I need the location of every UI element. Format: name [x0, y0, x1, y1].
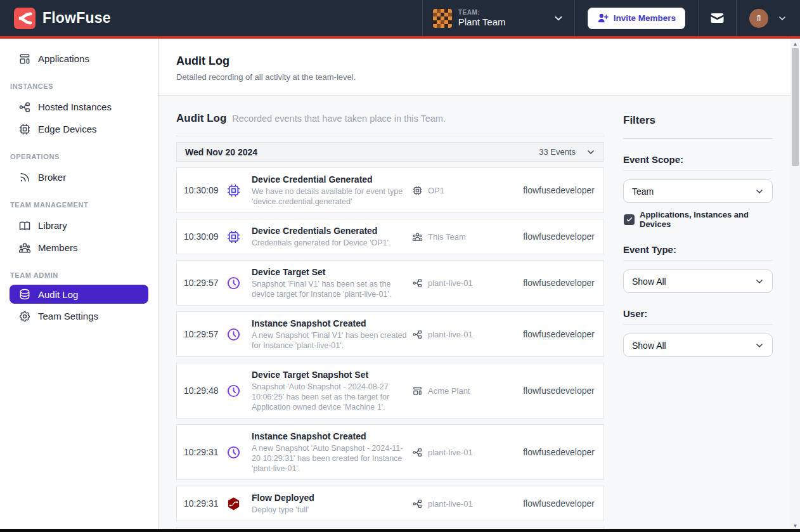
event-description: Credentials generated for Device 'OP1'.: [252, 238, 408, 248]
db-icon: [18, 288, 31, 301]
event-title: Device Target Snapshot Set: [252, 369, 408, 380]
divider: [623, 138, 773, 139]
sidebar-item-label: Team Settings: [38, 311, 98, 321]
nodered-icon: [226, 496, 241, 511]
brand-name: FlowFuse: [42, 10, 111, 27]
users-icon: [412, 231, 423, 242]
gear-icon: [18, 310, 31, 323]
sidebar-item-label: Hosted Instances: [38, 101, 112, 112]
scroll-up-arrow[interactable]: ▲: [790, 39, 800, 49]
event-icon-wrap: [224, 384, 252, 398]
sidebar-item-members[interactable]: Members: [0, 237, 158, 259]
sidebar-section-header: TEAM MANAGEMENT: [10, 201, 148, 209]
sidebar-section-header: INSTANCES: [10, 82, 148, 90]
invite-members-label: Invite Members: [614, 13, 676, 23]
template-icon: [18, 53, 31, 65]
vertical-scrollbar[interactable]: ▲ ▼: [790, 39, 800, 532]
event-type-value: Show All: [632, 276, 666, 287]
event-description: We have no details available for event t…: [252, 186, 408, 207]
team-name: Plant Team: [458, 16, 506, 27]
include-children-checkbox[interactable]: [624, 214, 635, 225]
event-icon-wrap: [224, 230, 252, 244]
sidebar-item-applications[interactable]: Applications: [0, 48, 158, 70]
event-scope-label: Acme Plant: [428, 386, 470, 396]
chip-icon: [412, 185, 423, 196]
event-rows: 10:30:09Device Credential GeneratedWe ha…: [176, 167, 604, 532]
chevron-down-icon[interactable]: [553, 13, 564, 24]
sidebar-item-label: Applications: [38, 53, 89, 64]
user-select[interactable]: Show All: [623, 334, 773, 357]
event-scope-label: This Team: [428, 232, 466, 242]
audit-event-row: 10:29:57Device Target SetSnapshot 'Final…: [176, 260, 604, 306]
panel-subtitle: Recorded events that have taken place in…: [232, 114, 446, 124]
event-icon-wrap: [224, 445, 252, 460]
sidebar-item-label: Edge Devices: [38, 124, 97, 134]
event-scope: plant-live-01: [412, 329, 519, 340]
event-scope-select[interactable]: Team: [623, 179, 773, 203]
page-title: Audit Log: [176, 55, 773, 68]
instance-icon: [412, 447, 423, 458]
include-children-row: Applications, Instances and Devices: [624, 210, 773, 229]
event-title: Device Target Set: [252, 266, 408, 278]
notifications-button[interactable]: [698, 0, 736, 36]
event-description: Snapshot 'Final V1' has been set as the …: [252, 279, 408, 299]
filters-title: Filters: [623, 114, 773, 127]
sidebar-item-broker[interactable]: Broker: [0, 166, 158, 188]
event-icon-wrap: [224, 496, 252, 511]
user-menu[interactable]: fl: [736, 0, 800, 36]
date-group-header[interactable]: Wed Nov 20 2024 33 Events: [176, 142, 604, 162]
sidebar-item-label: Library: [38, 220, 67, 231]
user-value: Show All: [632, 341, 666, 351]
event-title: Device Credential Generated: [252, 174, 408, 185]
filter-event-type: Event Type: Show All: [623, 244, 773, 293]
flowfuse-logo-icon: [14, 8, 35, 29]
panel-title-row: Audit Log Recorded events that have take…: [176, 112, 604, 125]
event-time: 10:29:57: [184, 329, 224, 339]
event-scope-label: OP1: [428, 186, 444, 195]
instance-icon: [412, 278, 423, 289]
event-title: Instance Snapshot Created: [252, 318, 408, 329]
sidebar-section-header: TEAM ADMIN: [10, 271, 148, 279]
divider: [176, 136, 604, 136]
audit-event-row: 10:29:31Flow DeployedDeploy type 'full'p…: [176, 486, 604, 521]
filters-panel: Filters Event Scope: Team Applications, …: [623, 112, 773, 372]
accent-divider: [0, 36, 800, 39]
event-user: flowfusedeveloper: [519, 329, 595, 339]
invite-section: Invite Members: [574, 0, 698, 36]
mail-icon: [709, 10, 725, 26]
invite-members-button[interactable]: Invite Members: [588, 8, 685, 29]
user-avatar[interactable]: fl: [749, 9, 768, 28]
chevron-down-icon[interactable]: [586, 147, 596, 157]
event-description: A new Snapshot 'Final V1' has been creat…: [252, 330, 408, 351]
scrollbar-thumb[interactable]: [792, 48, 799, 166]
event-type-select[interactable]: Show All: [623, 269, 773, 293]
sidebar-item-label: Audit Log: [38, 289, 78, 300]
chevron-down-icon: [754, 276, 765, 287]
event-description: Deploy type 'full': [252, 505, 408, 515]
team-avatar: [433, 9, 452, 28]
clock-icon: [226, 276, 241, 290]
event-icon-wrap: [224, 276, 252, 290]
event-icon-wrap: [224, 327, 252, 342]
team-selector[interactable]: TEAM: Plant Team: [422, 0, 574, 36]
sidebar-item-edge-devices[interactable]: Edge Devices: [0, 118, 158, 140]
chip-icon: [226, 183, 241, 198]
event-scope-label: plant-live-01: [428, 278, 473, 288]
sidebar-item-audit-log[interactable]: Audit Log: [10, 285, 148, 304]
event-user: flowfusedeveloper: [519, 498, 595, 509]
sidebar-item-library[interactable]: Library: [0, 214, 158, 237]
event-body: Device Credential GeneratedWe have no de…: [252, 174, 412, 207]
chevron-down-icon[interactable]: [777, 13, 787, 23]
brand[interactable]: FlowFuse: [0, 0, 111, 36]
sidebar-item-team-settings[interactable]: Team Settings: [0, 305, 158, 327]
event-time: 10:30:09: [184, 185, 224, 195]
event-body: Flow DeployedDeploy type 'full': [252, 492, 412, 515]
sidebar-item-hosted-instances[interactable]: Hosted Instances: [0, 96, 158, 118]
event-time: 10:30:09: [184, 231, 224, 242]
event-user: flowfusedeveloper: [519, 386, 595, 396]
event-time: 10:29:57: [184, 278, 224, 288]
group-right: 33 Events: [539, 147, 596, 157]
sidebar-item-label: Broker: [38, 172, 66, 183]
chip-icon: [226, 230, 241, 244]
page-subtitle: Detailed recording of all activity at th…: [176, 72, 773, 82]
